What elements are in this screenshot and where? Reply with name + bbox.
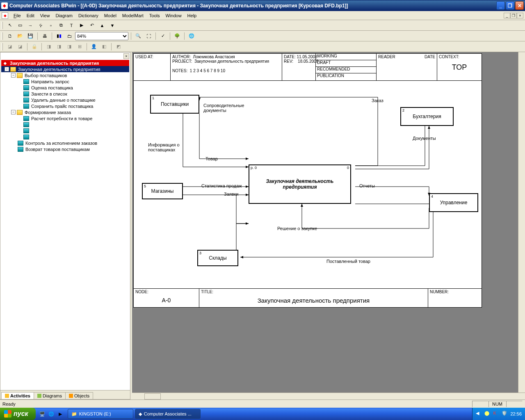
ql-player[interactable]: ▶ (56, 410, 64, 418)
zoom-fit-button[interactable]: ⛶ (144, 32, 153, 41)
entity-accounting[interactable]: 2Бухгалтерия (400, 107, 454, 126)
diagram-canvas[interactable]: USED AT: AUTHOR: Ложникова Анастасия PRO… (133, 53, 482, 308)
toolbar-grip[interactable] (2, 22, 3, 29)
mdi-restore[interactable]: ❐ (510, 13, 517, 18)
system-tray[interactable]: ◀ ⬤ K 🛡️ 22:56 (472, 408, 525, 420)
tree-node-suppliers[interactable]: − Выбор поставщиков (1, 72, 129, 78)
leaf-icon (18, 141, 23, 146)
ql-desktop[interactable]: 🖥️ (38, 410, 46, 418)
tree-button[interactable]: 🌳 (173, 32, 182, 41)
mdi-minimize[interactable]: _ (504, 13, 510, 18)
triangle-down-tool[interactable]: ▼ (108, 21, 117, 30)
tab-activities[interactable]: Activities (1, 392, 34, 399)
toolbar-grip-2[interactable] (2, 32, 3, 40)
shape-toolbar: ↖ ▭ → ⭍ ▫ ⧉ T ▶ ↶ ▲ ▼ (0, 20, 525, 31)
horizontal-scrollbar[interactable] (132, 393, 525, 399)
double-rect-tool[interactable]: ⧉ (57, 21, 66, 30)
menu-help[interactable]: Help (185, 12, 200, 19)
ql-browser[interactable]: 🌐 (47, 410, 55, 418)
tray-icon[interactable]: 🛡️ (502, 411, 508, 417)
mm-review[interactable]: 👤 (89, 42, 98, 51)
save-button[interactable]: 💾 (26, 32, 35, 41)
leaf-icon (23, 98, 29, 103)
spellcheck-button[interactable]: ✓ (158, 32, 167, 41)
doc-icon[interactable]: ◆ (2, 12, 8, 19)
collapse-icon[interactable]: − (11, 73, 16, 78)
tree-leaf[interactable]: Расчет потребности в товаре (1, 115, 129, 121)
start-button[interactable]: пуск (0, 408, 36, 420)
maximize-button[interactable]: ❐ (506, 1, 514, 10)
mm-btn1: ◪ (5, 42, 14, 51)
menu-tools[interactable]: Tools (146, 12, 163, 19)
taskbar-item-bpwin[interactable]: ◆ Computer Associates ... (135, 409, 201, 419)
diagram-header: USED AT: AUTHOR: Ложникова Анастасия PRO… (134, 54, 482, 81)
play-tool[interactable]: ▶ (77, 21, 86, 30)
menu-view[interactable]: View (37, 12, 53, 19)
tree-leaf[interactable]: Удалить данные о поставщике (1, 97, 129, 103)
entity-management[interactable]: 4Управление (429, 193, 478, 212)
globe-button[interactable]: 🌐 (187, 32, 196, 41)
zoom-combo[interactable]: 84% (75, 32, 128, 40)
menu-model[interactable]: Model (101, 12, 119, 19)
tree-leaf[interactable] (1, 121, 129, 128)
tab-diagrams[interactable]: Diagrams (34, 392, 66, 399)
entity-stores[interactable]: 5Магазины (142, 183, 183, 199)
minimize-button[interactable]: _ (496, 1, 505, 10)
canvas-scroll[interactable]: USED AT: AUTHOR: Ложникова Анастасия PRO… (132, 52, 525, 393)
window-titlebar: ◆ Computer Associates BPwin - [(A-0D) За… (0, 0, 525, 11)
tree-leaf[interactable]: Возврат товаров поставщикам (1, 146, 129, 152)
toolbar-grip-3[interactable] (2, 43, 3, 50)
menu-dictionary[interactable]: Dictionary (75, 12, 101, 19)
menu-window[interactable]: Window (162, 12, 184, 19)
print-button[interactable]: 🖶 (40, 32, 49, 41)
tree-node-order[interactable]: − Формирование заказа (1, 109, 129, 115)
pointer-tool[interactable]: ↖ (5, 21, 14, 30)
arrow-tool[interactable]: → (26, 21, 35, 30)
tree-leaf[interactable]: Оценка поставщика (1, 84, 129, 91)
tree-leaf[interactable] (1, 134, 129, 140)
tab-objects[interactable]: Objects (65, 392, 93, 399)
tray-icon[interactable]: K (493, 411, 500, 417)
arrow-label: Документы (413, 136, 436, 141)
mdi-close[interactable]: × (517, 13, 523, 18)
arrow-label: Сопроводительные документы (203, 103, 257, 113)
palette-button[interactable]: ▮▮ (55, 32, 64, 41)
process-main[interactable]: p. 00 Закупочная деятельность предприяти… (249, 164, 351, 204)
small-rect-tool[interactable]: ▫ (46, 21, 55, 30)
tree-leaf[interactable] (1, 128, 129, 134)
tree-node-main[interactable]: − Закупочная деятельность предприятия (1, 66, 129, 72)
new-button[interactable]: 🗋 (5, 32, 14, 41)
tree-root[interactable]: ◆ Закупочная деятельность предприятия (1, 60, 129, 66)
leaf-icon (23, 135, 29, 139)
triangle-up-tool[interactable]: ▲ (98, 21, 107, 30)
tree-leaf[interactable]: Занести в список (1, 91, 129, 97)
taskbar-item-explorer[interactable]: 📁 KINGSTON (E:) (68, 409, 133, 419)
tree-leaf[interactable]: Сохранить прайс поставщика (1, 103, 129, 109)
clock[interactable]: 22:56 (510, 411, 522, 416)
bolt-tool[interactable]: ⭍ (36, 21, 45, 30)
model-tree[interactable]: ◆ Закупочная деятельность предприятия − … (0, 52, 130, 390)
rect-tool[interactable]: ▭ (16, 21, 25, 30)
text-tool[interactable]: T (67, 21, 76, 30)
close-button[interactable]: ✕ (515, 1, 524, 10)
entity-warehouse[interactable]: 3Склады (197, 250, 238, 266)
tree-leaf[interactable]: Контроль за исполнением заказов (1, 140, 129, 146)
leaf-icon (23, 116, 29, 121)
menu-diagram[interactable]: Diagram (52, 12, 75, 19)
menu-modelmart[interactable]: ModelMart (119, 12, 146, 19)
zoom-in-button[interactable]: 🔍 (134, 32, 143, 41)
undo-tool[interactable]: ↶ (87, 21, 96, 30)
browse-button[interactable]: 🗀 (65, 32, 74, 41)
vertical-scrollbar[interactable] (518, 52, 525, 393)
menu-edit[interactable]: Edit (24, 12, 37, 19)
explorer-close[interactable]: × (123, 53, 129, 59)
entity-suppliers[interactable]: 1Поставщики (150, 95, 199, 114)
open-button[interactable]: 📂 (16, 32, 25, 41)
tray-icon[interactable]: ⬤ (484, 411, 491, 417)
tree-leaf[interactable]: Направить запрос (1, 78, 129, 84)
menu-file[interactable]: File (11, 12, 24, 19)
tray-icon[interactable]: ◀ (476, 411, 482, 417)
collapse-icon[interactable]: − (11, 110, 16, 114)
window-title: Computer Associates BPwin - [(A-0D) Заку… (9, 3, 496, 9)
collapse-icon[interactable]: − (5, 67, 9, 71)
